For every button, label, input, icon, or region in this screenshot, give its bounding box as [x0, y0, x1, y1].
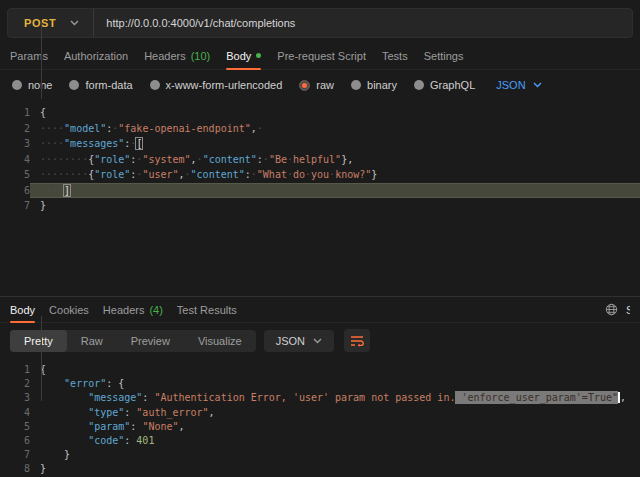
wrap-text-icon — [350, 335, 364, 347]
line-number: 7 — [0, 198, 30, 214]
postman-app-window: POST http://0.0.0.0:4000/v1/chat/complet… — [0, 0, 640, 477]
label: Test Results — [177, 304, 237, 316]
response-tab-cookies[interactable]: Cookies — [49, 297, 89, 322]
response-tab-body[interactable]: Body — [10, 297, 35, 322]
line-content: "message": "Authentication Error, 'user'… — [30, 391, 640, 405]
tab-params[interactable]: Params — [10, 42, 48, 69]
tab-authorization[interactable]: Authorization — [64, 42, 128, 69]
label: Cookies — [49, 304, 89, 316]
line-number: 1 — [0, 363, 30, 377]
line-content: "error": { — [30, 377, 640, 391]
view-mode-segmented-control: PrettyRawPreviewVisualize — [10, 330, 256, 352]
response-tab-test-results[interactable]: Test Results — [177, 297, 237, 322]
label: Tests — [382, 50, 408, 62]
view-tab-pretty[interactable]: Pretty — [10, 330, 67, 352]
line-number: 2 — [0, 121, 30, 137]
tab-pre-request-script[interactable]: Pre-request Script — [277, 42, 366, 69]
indent-guide — [41, 21, 42, 99]
status-text-clipped: S — [626, 304, 630, 316]
body-type-binary[interactable]: binary — [351, 79, 397, 91]
radio-icon — [351, 80, 361, 90]
code-line[interactable]: 3 "message": "Authentication Error, 'use… — [0, 391, 640, 405]
radio-icon — [12, 80, 22, 90]
line-content: "param": "None", — [30, 420, 640, 434]
body-type-x-www-form-urlencoded[interactable]: x-www-form-urlencoded — [150, 79, 283, 91]
request-tabs: ParamsAuthorizationHeaders(10)BodyPre-re… — [0, 42, 640, 70]
code-line[interactable]: 2····"model":·"fake-openai-endpoint",· — [0, 121, 640, 137]
response-body-editor[interactable]: 1{2 "error": {3 "message": "Authenticati… — [0, 358, 640, 477]
response-language-chevron-down-icon — [313, 338, 322, 344]
code-line[interactable]: 8} — [0, 462, 640, 476]
label: x-www-form-urlencoded — [166, 79, 283, 91]
wrap-text-button[interactable] — [344, 329, 370, 352]
response-tab-headers[interactable]: Headers(4) — [103, 297, 163, 322]
count-badge: (4) — [149, 304, 162, 316]
tab-headers[interactable]: Headers(10) — [144, 42, 210, 69]
code-line[interactable]: 7} — [0, 198, 640, 214]
label: Body — [226, 50, 251, 62]
label: GraphQL — [430, 79, 475, 91]
line-content: "type": "auth_error", — [30, 406, 640, 420]
line-number: 6 — [0, 434, 30, 448]
body-type-raw[interactable]: raw — [299, 79, 334, 91]
view-tab-preview[interactable]: Preview — [117, 330, 184, 352]
code-line[interactable]: 3····"messages":·[ — [0, 136, 640, 152]
label: Raw — [81, 335, 103, 347]
label: Headers — [144, 50, 186, 62]
code-line[interactable]: 2 "error": { — [0, 377, 640, 391]
code-line[interactable]: 6 "code": 401 — [0, 434, 640, 448]
label: Params — [10, 50, 48, 62]
code-line[interactable]: 5········{"role":·"user",·"content":·"Wh… — [0, 167, 640, 183]
line-number: 4 — [0, 406, 30, 420]
line-content: } — [30, 448, 640, 462]
line-number: 8 — [0, 462, 30, 476]
label: Preview — [131, 335, 170, 347]
line-number: 5 — [0, 167, 30, 183]
request-body-editor[interactable]: 1{2····"model":·"fake-openai-endpoint",·… — [0, 100, 640, 298]
body-type-none[interactable]: none — [12, 79, 52, 91]
code-line[interactable]: 4········{"role":·"system",·"content":·"… — [0, 152, 640, 168]
line-number: 7 — [0, 448, 30, 462]
view-tab-visualize[interactable]: Visualize — [184, 330, 256, 352]
line-content: } — [30, 198, 640, 214]
label: form-data — [85, 79, 132, 91]
tab-body[interactable]: Body — [226, 42, 261, 69]
response-language-label: JSON — [276, 335, 305, 347]
body-type-form-data[interactable]: form-data — [69, 79, 132, 91]
modified-dot — [256, 53, 261, 58]
body-type-row: noneform-datax-www-form-urlencodedrawbin… — [0, 70, 640, 100]
line-content: } — [30, 462, 640, 476]
tab-tests[interactable]: Tests — [382, 42, 408, 69]
line-content: "code": 401 — [30, 434, 640, 448]
line-number: 1 — [0, 105, 30, 121]
line-number: 5 — [0, 420, 30, 434]
line-number: 6 — [0, 183, 30, 199]
code-line[interactable]: 6····] — [0, 183, 640, 199]
response-tabs: BodyCookiesHeaders(4)Test Results S — [0, 297, 640, 323]
label: Pretty — [24, 335, 53, 347]
line-content: { — [30, 363, 640, 377]
globe-icon[interactable] — [605, 303, 618, 316]
line-content: ····"messages":·[ — [30, 136, 640, 152]
code-line[interactable]: 1{ — [0, 363, 640, 377]
line-number: 2 — [0, 377, 30, 391]
line-content: ····"model":·"fake-openai-endpoint",· — [30, 121, 640, 137]
indent-guide — [41, 316, 42, 401]
code-line[interactable]: 1{ — [0, 105, 640, 121]
radio-icon — [69, 80, 79, 90]
code-line[interactable]: 7 } — [0, 448, 640, 462]
body-type-graphql[interactable]: GraphQL — [414, 79, 475, 91]
method-selector[interactable]: POST — [8, 17, 70, 29]
response-language-select[interactable]: JSON — [264, 330, 334, 352]
line-number: 4 — [0, 152, 30, 168]
label: binary — [367, 79, 397, 91]
raw-language-select[interactable]: JSON — [496, 79, 541, 91]
tab-settings[interactable]: Settings — [424, 42, 464, 69]
language-chevron-down-icon — [533, 82, 542, 88]
code-line[interactable]: 4 "type": "auth_error", — [0, 406, 640, 420]
method-chevron-down-icon[interactable] — [70, 20, 79, 26]
url-input[interactable]: http://0.0.0.0:4000/v1/chat/completions — [94, 17, 295, 29]
view-tab-raw[interactable]: Raw — [67, 330, 117, 352]
label: Authorization — [64, 50, 128, 62]
code-line[interactable]: 5 "param": "None", — [0, 420, 640, 434]
